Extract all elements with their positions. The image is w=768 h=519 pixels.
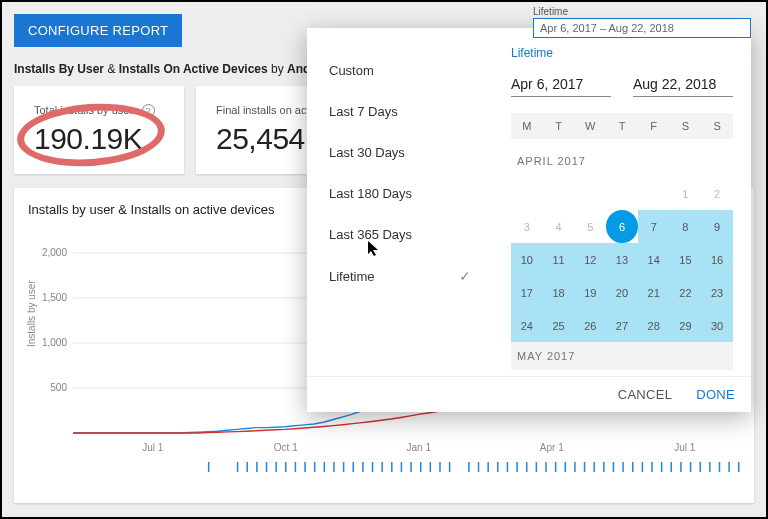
help-icon[interactable]: ? <box>142 104 155 117</box>
calendar-day[interactable]: 11 <box>543 243 575 276</box>
svg-rect-60 <box>690 462 692 472</box>
month-label: MAY 2017 <box>511 342 733 370</box>
range-option[interactable]: Last 30 Days <box>325 132 475 173</box>
svg-rect-42 <box>516 462 518 472</box>
svg-rect-27 <box>362 462 364 472</box>
svg-rect-22 <box>314 462 316 472</box>
range-option[interactable]: Last 180 Days <box>325 173 475 214</box>
svg-rect-63 <box>719 462 721 472</box>
calendar-grid: 1234567891011121314151617181920212223242… <box>511 177 733 342</box>
svg-rect-51 <box>603 462 605 472</box>
svg-rect-54 <box>632 462 634 472</box>
calendar-day[interactable]: 12 <box>574 243 606 276</box>
calendar-day[interactable]: 16 <box>701 243 733 276</box>
calendar-day[interactable]: 13 <box>606 243 638 276</box>
stat-value: 190.19K <box>34 122 164 156</box>
calendar-day <box>574 177 606 210</box>
range-option[interactable]: Last 365 Days <box>325 214 475 255</box>
calendar-day[interactable]: 25 <box>543 309 575 342</box>
calendar-day <box>543 177 575 210</box>
date-range-input[interactable]: Apr 6, 2017 – Aug 22, 2018 <box>533 18 751 38</box>
calendar-day[interactable]: 30 <box>701 309 733 342</box>
preset-range-list: CustomLast 7 DaysLast 30 DaysLast 180 Da… <box>307 28 493 376</box>
svg-rect-62 <box>709 462 711 472</box>
weekday-header: MTWTFSS <box>511 113 733 139</box>
calendar-day[interactable]: 21 <box>638 276 670 309</box>
svg-rect-52 <box>613 462 615 472</box>
calendar-day[interactable]: 5 <box>574 210 606 243</box>
calendar-day[interactable]: 9 <box>701 210 733 243</box>
calendar-day[interactable]: 19 <box>574 276 606 309</box>
svg-text:2,000: 2,000 <box>42 247 67 258</box>
svg-text:Jan 1: Jan 1 <box>407 442 432 453</box>
done-button[interactable]: DONE <box>696 387 735 402</box>
svg-rect-61 <box>699 462 701 472</box>
svg-rect-33 <box>420 462 422 472</box>
svg-rect-36 <box>449 462 451 472</box>
calendar-day[interactable]: 2 <box>701 177 733 210</box>
to-date-input[interactable] <box>633 72 733 97</box>
calendar-day[interactable]: 27 <box>606 309 638 342</box>
calendar-day[interactable]: 18 <box>543 276 575 309</box>
calendar-day[interactable]: 26 <box>574 309 606 342</box>
svg-rect-23 <box>324 462 326 472</box>
svg-rect-28 <box>372 462 374 472</box>
calendar-day[interactable]: 4 <box>543 210 575 243</box>
svg-text:Oct 1: Oct 1 <box>274 442 298 453</box>
y-axis-label: Installs by user <box>26 280 37 347</box>
svg-text:Jul 1: Jul 1 <box>142 442 164 453</box>
mouse-cursor-icon <box>367 240 381 258</box>
range-option[interactable]: Last 7 Days <box>325 91 475 132</box>
svg-rect-24 <box>333 462 335 472</box>
svg-rect-46 <box>555 462 557 472</box>
svg-rect-32 <box>410 462 412 472</box>
calendar-day[interactable]: 28 <box>638 309 670 342</box>
calendar-day[interactable]: 15 <box>670 243 702 276</box>
range-option[interactable]: Lifetime✓ <box>325 255 475 297</box>
svg-rect-38 <box>478 462 480 472</box>
calendar-day[interactable]: 8 <box>670 210 702 243</box>
stat-label: Total installs by user <box>34 104 133 116</box>
svg-rect-53 <box>622 462 624 472</box>
svg-rect-34 <box>430 462 432 472</box>
calendar-day[interactable]: 29 <box>670 309 702 342</box>
svg-rect-40 <box>497 462 499 472</box>
calendar-day[interactable]: 6 <box>606 210 638 243</box>
svg-text:500: 500 <box>50 382 67 393</box>
from-date-input[interactable] <box>511 72 611 97</box>
calendar-day <box>606 177 638 210</box>
calendar-day[interactable]: 14 <box>638 243 670 276</box>
svg-rect-49 <box>584 462 586 472</box>
svg-rect-13 <box>208 462 210 472</box>
range-option[interactable]: Custom <box>325 50 475 91</box>
svg-rect-64 <box>728 462 730 472</box>
calendar-panel: Lifetime MTWTFSS APRIL 2017 123456789101… <box>493 28 751 376</box>
svg-rect-55 <box>642 462 644 472</box>
svg-rect-19 <box>285 462 287 472</box>
svg-rect-39 <box>487 462 489 472</box>
analytics-report-page: CONFIGURE REPORT Installs By User & Inst… <box>0 0 768 519</box>
calendar-day[interactable]: 22 <box>670 276 702 309</box>
calendar-heading: Lifetime <box>511 46 733 60</box>
svg-rect-25 <box>343 462 345 472</box>
cancel-button[interactable]: CANCEL <box>618 387 673 402</box>
svg-rect-21 <box>304 462 306 472</box>
calendar-day[interactable]: 24 <box>511 309 543 342</box>
calendar-day[interactable]: 20 <box>606 276 638 309</box>
svg-text:1,000: 1,000 <box>42 337 67 348</box>
svg-text:Jul 1: Jul 1 <box>674 442 696 453</box>
check-icon: ✓ <box>459 268 471 284</box>
svg-rect-58 <box>671 462 673 472</box>
svg-rect-35 <box>439 462 441 472</box>
current-range-field: Lifetime Apr 6, 2017 – Aug 22, 2018 <box>533 6 751 30</box>
svg-rect-47 <box>565 462 567 472</box>
calendar-day[interactable]: 7 <box>638 210 670 243</box>
calendar-day[interactable]: 10 <box>511 243 543 276</box>
svg-rect-65 <box>738 462 740 472</box>
calendar-day[interactable]: 1 <box>670 177 702 210</box>
calendar-day[interactable]: 23 <box>701 276 733 309</box>
svg-rect-59 <box>680 462 682 472</box>
calendar-day[interactable]: 3 <box>511 210 543 243</box>
configure-report-button[interactable]: CONFIGURE REPORT <box>14 14 182 47</box>
calendar-day[interactable]: 17 <box>511 276 543 309</box>
